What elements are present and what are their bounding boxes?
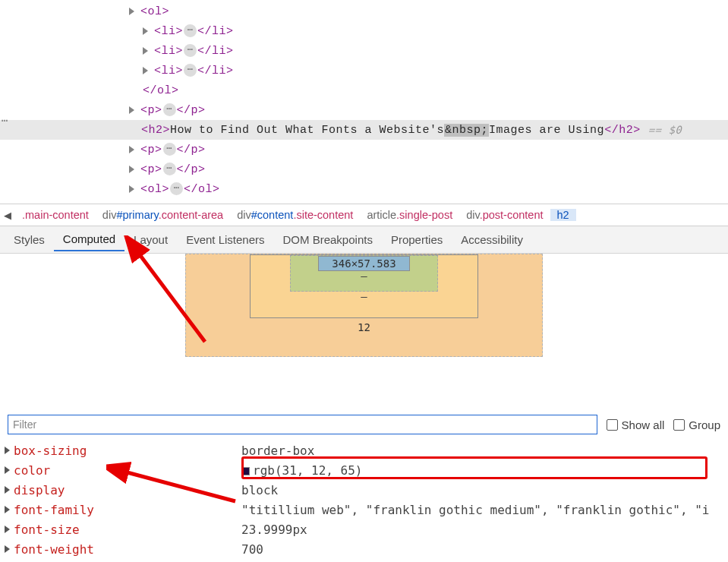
prop-display[interactable]: display block	[0, 480, 728, 500]
gutter-ellipsis: ⋯	[2, 114, 8, 126]
expand-icon[interactable]	[5, 506, 10, 513]
breadcrumb-item-content[interactable]: div#content.site-content	[230, 209, 360, 221]
equals-dollar-zero: == $0	[648, 124, 682, 136]
dom-row-selected-h2[interactable]: <h2>How to Find Out What Fonts a Website…	[0, 120, 728, 140]
dom-row-li-3[interactable]: <li>⋯</li>	[0, 61, 728, 81]
group-checkbox[interactable]: Group	[673, 418, 720, 431]
dom-row-ol-2[interactable]: <ol>⋯</ol>	[0, 179, 728, 199]
ellipsis-icon[interactable]: ⋯	[163, 143, 176, 156]
ellipsis-icon[interactable]: ⋯	[184, 64, 197, 77]
dom-row-p-1[interactable]: <p>⋯</p>	[0, 100, 728, 120]
prop-height[interactable]: height 57.5833px	[0, 559, 728, 562]
prop-font-size[interactable]: font-size 23.9999px	[0, 519, 728, 539]
expand-icon[interactable]	[129, 146, 134, 153]
ellipsis-icon[interactable]: ⋯	[163, 163, 176, 175]
tab-styles[interactable]: Styles	[5, 229, 54, 251]
box-model-padding[interactable]: 346×57.583 –	[290, 255, 437, 292]
ellipsis-icon[interactable]: ⋯	[170, 182, 183, 195]
tab-event-listeners[interactable]: Event Listeners	[177, 229, 273, 251]
expand-icon[interactable]	[129, 166, 134, 173]
expand-icon[interactable]	[5, 545, 10, 553]
expand-icon[interactable]	[129, 106, 134, 114]
breadcrumb-item-h2[interactable]: h2	[550, 209, 576, 221]
dom-row-p-2[interactable]: <p>⋯</p>	[0, 140, 728, 159]
box-model-border[interactable]: 346×57.583 – –	[250, 254, 477, 318]
breadcrumb-item-article[interactable]: article.single-post	[360, 209, 459, 221]
expand-icon[interactable]	[5, 526, 10, 533]
tab-accessibility[interactable]: Accessibility	[452, 229, 532, 251]
prop-font-weight[interactable]: font-weight 700	[0, 539, 728, 559]
computed-properties: box-sizing border-box color rgb(31, 12, …	[0, 439, 728, 562]
color-swatch-icon[interactable]	[241, 467, 250, 475]
tab-properties[interactable]: Properties	[382, 229, 452, 251]
breadcrumb: ◀ .main-content div#primary.content-area…	[0, 204, 728, 226]
filter-row: Show all Group	[0, 410, 728, 439]
dom-row-ol-open[interactable]: <ol>	[0, 2, 728, 21]
show-all-checkbox[interactable]: Show all	[607, 418, 665, 431]
filter-input[interactable]	[8, 415, 597, 434]
ellipsis-icon[interactable]: ⋯	[184, 24, 197, 37]
checkbox-icon	[607, 419, 618, 431]
dom-row-p-3[interactable]: <p>⋯</p>	[0, 159, 728, 179]
styles-tabs: Styles Computed Layout Event Listeners D…	[0, 226, 728, 254]
tab-dom-breakpoints[interactable]: DOM Breakpoints	[274, 229, 382, 251]
box-model-content[interactable]: 346×57.583	[318, 256, 409, 271]
expand-icon[interactable]	[129, 185, 134, 193]
ellipsis-icon[interactable]: ⋯	[184, 44, 197, 57]
expand-icon[interactable]	[143, 47, 148, 55]
breadcrumb-back-icon[interactable]: ◀	[0, 210, 15, 221]
expand-icon[interactable]	[5, 466, 10, 474]
dom-row-li-2[interactable]: <li>⋯</li>	[0, 41, 728, 61]
prop-color[interactable]: color rgb(31, 12, 65)	[0, 460, 728, 480]
prop-box-sizing[interactable]: box-sizing border-box	[0, 440, 728, 460]
tab-layout[interactable]: Layout	[124, 229, 177, 251]
breadcrumb-item-post-content[interactable]: div.post-content	[459, 209, 550, 221]
expand-icon[interactable]	[129, 8, 134, 15]
tab-computed[interactable]: Computed	[54, 228, 124, 251]
expand-icon[interactable]	[5, 486, 10, 494]
checkbox-icon	[673, 419, 685, 431]
dom-row-li-1[interactable]: <li>⋯</li>	[0, 21, 728, 41]
prop-font-family[interactable]: font-family "titillium web", "franklin g…	[0, 500, 728, 519]
ellipsis-icon[interactable]: ⋯	[163, 103, 176, 116]
breadcrumb-item-primary[interactable]: div#primary.content-area	[96, 209, 230, 221]
expand-icon[interactable]	[5, 447, 10, 454]
expand-icon[interactable]	[143, 27, 148, 35]
breadcrumb-item-main-content[interactable]: .main-content	[15, 209, 96, 221]
box-model-margin[interactable]: 346×57.583 – – 12	[185, 254, 542, 357]
expand-icon[interactable]	[143, 67, 148, 74]
dom-row-ol-close[interactable]: </ol>	[0, 81, 728, 100]
dom-tree: <ol> <li>⋯</li> <li>⋯</li> <li>⋯</li> </…	[0, 0, 728, 204]
box-model: 346×57.583 – – 12	[0, 254, 728, 372]
